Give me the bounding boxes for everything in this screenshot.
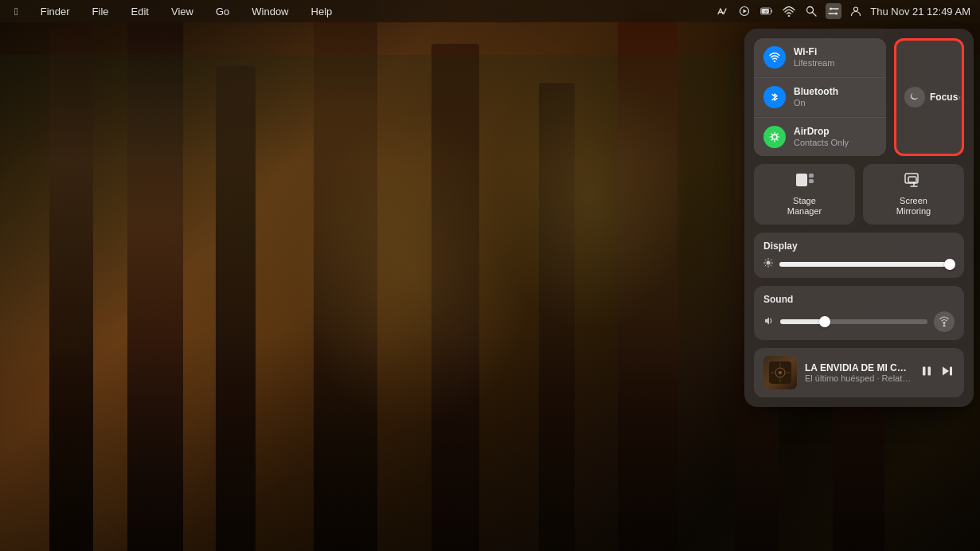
datetime: Thu Nov 21 12:49 AM: [870, 6, 970, 18]
screen-mirroring-button[interactable]: ScreenMirroring: [863, 164, 964, 225]
window-menu[interactable]: Window: [247, 4, 293, 19]
screen-mirroring-label: ScreenMirroring: [896, 196, 931, 217]
svg-point-5: [788, 14, 790, 16]
edit-menu[interactable]: Edit: [127, 4, 154, 19]
stage-manager-button[interactable]: StageManager: [754, 164, 855, 225]
focus-chevron-icon: ›: [958, 92, 961, 102]
svg-point-12: [854, 7, 858, 11]
brightness-icon: [763, 258, 773, 270]
svg-rect-26: [928, 366, 931, 375]
view-menu[interactable]: View: [166, 4, 198, 19]
wifi-name: Wi-Fi: [794, 46, 834, 57]
stage-manager-label: StageManager: [787, 196, 822, 217]
wifi-sub: Lifestream: [794, 58, 834, 68]
volume-slider-row: [763, 311, 955, 332]
svg-rect-16: [809, 174, 814, 178]
volume-icon: [763, 316, 774, 328]
display-section: Display: [754, 233, 964, 278]
cc-second-row: StageManager ScreenMirroring: [754, 164, 964, 225]
svg-point-21: [943, 322, 946, 324]
control-center-icon[interactable]: [826, 3, 841, 19]
menubar:  Finder File Edit View Go Window Help: [0, 0, 980, 22]
wifi-status-icon[interactable]: [781, 3, 797, 19]
bluetooth-sub: On: [794, 98, 838, 108]
bluetooth-toggle[interactable]: Bluetooth On: [754, 77, 886, 116]
airdrop-name: AirDrop: [794, 126, 849, 137]
svg-rect-3: [771, 10, 772, 13]
svg-rect-15: [796, 174, 807, 186]
creative-cloud-icon[interactable]: [714, 3, 730, 19]
search-icon[interactable]: [803, 3, 819, 19]
wifi-text: Wi-Fi Lifestream: [794, 46, 834, 68]
battery-icon[interactable]: [759, 3, 775, 19]
play-icon[interactable]: [736, 3, 752, 19]
svg-point-10: [835, 13, 837, 15]
svg-point-8: [830, 8, 832, 10]
cc-network-group: Wi-Fi Lifestream Bluetooth On: [754, 38, 886, 156]
desktop:  Finder File Edit View Go Window Help: [0, 0, 980, 551]
cc-top-row: Wi-Fi Lifestream Bluetooth On: [754, 38, 964, 156]
now-playing-artist: El último huésped · Relatos d...: [805, 373, 912, 383]
wifi-icon: [763, 46, 786, 68]
now-playing-section: LA ENVIDIA DE MI CUÑ... El último huéspe…: [754, 348, 964, 397]
user-icon[interactable]: [848, 3, 864, 19]
airdrop-toggle[interactable]: AirDrop Contacts Only: [754, 117, 886, 156]
control-center-panel: Wi-Fi Lifestream Bluetooth On: [744, 29, 974, 407]
focus-left: Focus: [904, 87, 958, 107]
airplay-audio-button[interactable]: [934, 311, 955, 332]
brightness-slider-row: [763, 258, 955, 270]
brightness-slider[interactable]: [779, 262, 955, 267]
focus-label: Focus: [930, 92, 958, 103]
now-playing-artwork: [763, 356, 797, 389]
sound-label: Sound: [763, 294, 955, 305]
svg-rect-17: [809, 179, 814, 183]
screen-mirroring-icon: [904, 172, 923, 193]
focus-button[interactable]: Focus ›: [894, 38, 964, 156]
svg-rect-25: [923, 366, 926, 375]
svg-point-24: [779, 371, 782, 374]
svg-line-7: [813, 13, 817, 17]
go-menu[interactable]: Go: [211, 4, 234, 19]
pause-button[interactable]: [919, 364, 934, 382]
menubar-right: Thu Nov 21 12:49 AM: [714, 3, 970, 19]
stage-manager-icon: [795, 172, 814, 193]
apple-menu[interactable]: : [10, 4, 23, 19]
now-playing-title: LA ENVIDIA DE MI CUÑ...: [805, 362, 912, 373]
volume-slider[interactable]: [780, 319, 927, 324]
bluetooth-icon: [763, 86, 786, 108]
now-playing-controls: [919, 364, 955, 382]
svg-rect-19: [908, 177, 916, 182]
display-label: Display: [763, 240, 955, 252]
wifi-toggle[interactable]: Wi-Fi Lifestream: [754, 38, 886, 76]
file-menu[interactable]: File: [88, 4, 114, 19]
svg-marker-1: [744, 10, 748, 14]
airdrop-icon: [763, 126, 786, 148]
svg-point-13: [774, 61, 775, 62]
svg-point-20: [767, 261, 771, 265]
skip-forward-button[interactable]: [940, 364, 955, 382]
airdrop-sub: Contacts Only: [794, 138, 849, 148]
focus-moon-icon: [904, 87, 925, 107]
bluetooth-name: Bluetooth: [794, 86, 838, 97]
finder-menu[interactable]: Finder: [36, 4, 75, 19]
svg-rect-27: [950, 366, 952, 375]
help-menu[interactable]: Help: [306, 4, 338, 19]
now-playing-info: LA ENVIDIA DE MI CUÑ... El último huéspe…: [805, 362, 912, 383]
sound-section: Sound: [754, 286, 964, 340]
airdrop-text: AirDrop Contacts Only: [794, 126, 849, 148]
bluetooth-text: Bluetooth On: [794, 86, 838, 108]
menubar-left:  Finder File Edit View Go Window Help: [10, 4, 337, 19]
